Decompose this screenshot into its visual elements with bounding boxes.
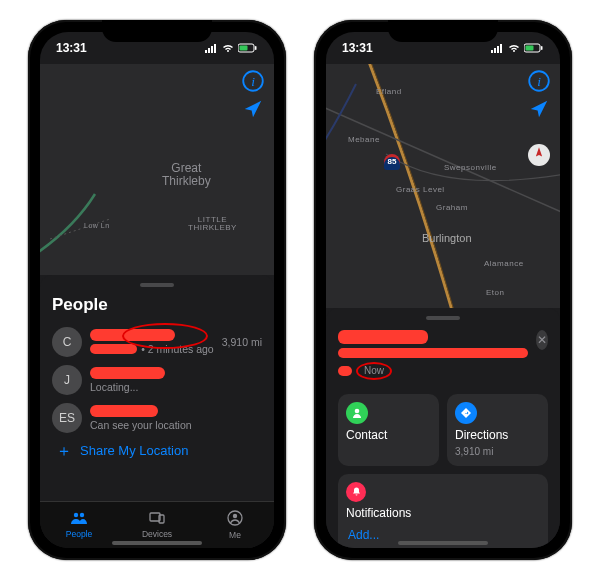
svg-point-10 (233, 513, 237, 517)
redacted-name (90, 405, 158, 417)
status-time: 13:31 (342, 41, 373, 55)
tab-me[interactable]: Me (196, 502, 274, 548)
wifi-icon (507, 43, 521, 53)
avatar: ES (52, 403, 82, 433)
map-label-road: Low Ln (84, 222, 110, 230)
svg-rect-13 (541, 46, 543, 50)
redacted-location (90, 344, 137, 354)
status-text: Locating... (90, 381, 262, 393)
battery-icon (238, 43, 258, 53)
sheet-title: People (52, 295, 262, 315)
timestamp: • 2 minutes ago (141, 343, 214, 355)
phone-left: 13:31 i Great Thirkleby LITTLE THIRKLEBY… (28, 20, 286, 560)
signal-icon (490, 43, 504, 53)
map-city: Alamance (484, 260, 524, 269)
directions-label: Directions (455, 428, 540, 442)
svg-point-16 (355, 408, 360, 413)
contact-label: Contact (346, 428, 431, 442)
location-arrow-icon[interactable] (528, 98, 550, 120)
svg-point-5 (74, 512, 78, 516)
tab-label: Devices (142, 529, 172, 539)
status-right (204, 43, 258, 53)
notch (102, 20, 212, 42)
contact-icon (346, 402, 368, 424)
devices-icon (148, 511, 166, 528)
share-label: Share My Location (80, 443, 188, 458)
location-arrow-icon[interactable] (242, 98, 264, 120)
notch (388, 20, 498, 42)
map-label-sub: LITTLE THIRKLEBY (188, 216, 237, 234)
notifications-card[interactable]: Notifications Add... (338, 474, 548, 548)
avatar: C (52, 327, 82, 357)
map-city: Graham (436, 204, 468, 213)
map-city: Burlington (422, 232, 472, 244)
phone-right: 13:31 85 i (314, 20, 572, 560)
screen-right: 13:31 85 i (326, 32, 560, 548)
redacted-dot (338, 366, 352, 376)
map-city: Mebane (348, 136, 380, 145)
svg-rect-2 (255, 46, 257, 50)
people-sheet[interactable]: People C • 2 minutes ago 3,910 mi J Loca… (40, 275, 274, 501)
redacted-name (338, 330, 428, 344)
status-right (490, 43, 544, 53)
tab-people[interactable]: People (40, 502, 118, 548)
person-row-1[interactable]: J Locating... (52, 361, 262, 399)
tab-label: People (66, 529, 92, 539)
interstate-shield: 85 (384, 154, 400, 170)
home-indicator[interactable] (112, 541, 202, 545)
info-icon[interactable]: i (242, 70, 264, 92)
svg-text:i: i (251, 73, 255, 88)
contact-button[interactable]: Contact (338, 394, 439, 466)
map-roads-left (40, 64, 274, 275)
compass-icon[interactable] (528, 144, 550, 166)
tab-label: Me (229, 530, 241, 540)
plus-icon: ＋ (56, 443, 72, 459)
svg-text:i: i (537, 73, 541, 88)
redacted-name (90, 329, 175, 341)
person-row-2[interactable]: ES Can see your location (52, 399, 262, 437)
notifications-label: Notifications (346, 506, 540, 520)
svg-rect-1 (240, 45, 248, 50)
home-indicator[interactable] (398, 541, 488, 545)
directions-button[interactable]: Directions 3,910 mi (447, 394, 548, 466)
map-city: Eton (486, 289, 504, 298)
close-button[interactable]: ✕ (536, 330, 548, 350)
signal-icon (204, 43, 218, 53)
people-icon (70, 511, 88, 528)
map-area-left[interactable]: i Great Thirkleby LITTLE THIRKLEBY Low L… (40, 64, 274, 275)
map-area-right[interactable]: 85 i Efland Mebane Swepsonville Graas Le… (326, 64, 560, 308)
sheet-grabber[interactable] (140, 283, 174, 287)
battery-icon (524, 43, 544, 53)
info-icon[interactable]: i (528, 70, 550, 92)
now-label: Now (356, 362, 392, 380)
wifi-icon (221, 43, 235, 53)
map-city: Graas Level (396, 186, 445, 195)
map-label-main: Great Thirkleby (162, 162, 211, 188)
me-icon (227, 510, 243, 529)
directions-distance: 3,910 mi (455, 446, 540, 457)
map-city: Efland (376, 88, 402, 97)
screen-left: 13:31 i Great Thirkleby LITTLE THIRKLEBY… (40, 32, 274, 548)
avatar: J (52, 365, 82, 395)
detail-sheet[interactable]: Now ✕ Contact Directions 3,910 (326, 308, 560, 548)
sheet-grabber[interactable] (426, 316, 460, 320)
redacted-address (338, 348, 528, 358)
distance: 3,910 mi (222, 336, 262, 348)
status-text: Can see your location (90, 419, 262, 431)
bell-icon (346, 482, 366, 502)
status-time: 13:31 (56, 41, 87, 55)
person-row-0[interactable]: C • 2 minutes ago 3,910 mi (52, 323, 262, 361)
svg-point-6 (80, 512, 84, 516)
directions-icon (455, 402, 477, 424)
map-city: Swepsonville (444, 164, 497, 173)
redacted-name (90, 367, 165, 379)
share-location-button[interactable]: ＋ Share My Location (52, 437, 262, 461)
svg-rect-12 (526, 45, 534, 50)
